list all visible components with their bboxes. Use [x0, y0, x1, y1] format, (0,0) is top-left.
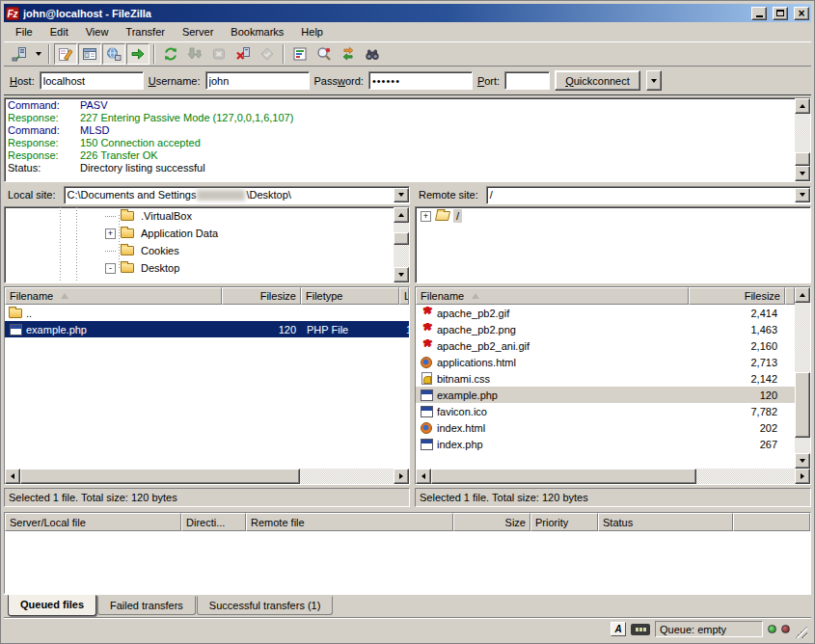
scroll-right-button[interactable]: [394, 469, 409, 484]
collapse-icon[interactable]: -: [105, 263, 116, 274]
password-input[interactable]: [368, 71, 473, 90]
column-header-filename[interactable]: Filename: [416, 287, 689, 305]
file-row-index-php[interactable]: index.php 267: [416, 436, 795, 452]
column-header-size[interactable]: Size: [453, 513, 530, 531]
expand-icon[interactable]: +: [421, 211, 431, 222]
column-header-modified[interactable]: L: [399, 287, 409, 305]
scrollbar-thumb[interactable]: [795, 372, 810, 438]
transfer-queue-panel: Server/Local file Directi... Remote file…: [4, 512, 811, 594]
column-header-remote-file[interactable]: Remote file: [246, 513, 453, 531]
message-log-icon: [58, 46, 73, 62]
apache-file-icon: [419, 323, 434, 336]
file-row-example-php[interactable]: example.php 120 PHP File 1: [5, 321, 409, 337]
host-input[interactable]: [40, 71, 144, 90]
file-row-applications-html[interactable]: applications.html 2,713: [416, 354, 795, 370]
scroll-down-button[interactable]: [394, 267, 409, 282]
minimize-button[interactable]: [751, 7, 767, 20]
column-header-server-local-file[interactable]: Server/Local file: [5, 513, 181, 531]
process-queue-button[interactable]: [183, 43, 206, 65]
compare-directories-button[interactable]: [312, 43, 336, 65]
scroll-down-button[interactable]: [795, 453, 810, 469]
scroll-left-button[interactable]: [416, 469, 431, 484]
remote-vertical-scrollbar[interactable]: [795, 287, 810, 469]
file-row-favicon-ico[interactable]: favicon.ico 7,782: [416, 403, 795, 419]
tree-item-virtualbox[interactable]: .VirtualBox: [5, 207, 394, 225]
find-files-button[interactable]: [361, 43, 384, 65]
site-manager-dropdown[interactable]: [32, 43, 44, 65]
quickconnect-dropdown[interactable]: [646, 70, 662, 91]
local-tree-scrollbar[interactable]: [394, 207, 409, 282]
local-horizontal-scrollbar[interactable]: [5, 469, 409, 484]
scroll-up-button[interactable]: [795, 287, 810, 303]
tree-item-application-data[interactable]: + Application Data: [5, 225, 394, 242]
column-header-filesize[interactable]: Filesize: [689, 287, 785, 305]
maximize-button[interactable]: [773, 7, 788, 20]
refresh-button[interactable]: [159, 43, 182, 65]
menu-bookmarks[interactable]: Bookmarks: [223, 24, 291, 40]
close-button[interactable]: ×: [794, 7, 809, 20]
toggle-transfer-queue-button[interactable]: [126, 43, 149, 65]
file-row-bitnami-css[interactable]: bitnami.css 2,142: [416, 370, 795, 387]
toggle-message-log-button[interactable]: [54, 43, 77, 65]
remote-horizontal-scrollbar[interactable]: [416, 469, 810, 484]
reconnect-button[interactable]: [256, 43, 279, 65]
file-row-example-php[interactable]: example.php 120: [416, 387, 795, 403]
expand-icon[interactable]: +: [105, 228, 116, 239]
chevron-down-icon: [800, 193, 805, 197]
remote-site-combobox[interactable]: /: [486, 186, 811, 204]
scroll-up-button[interactable]: [795, 98, 810, 114]
filezilla-app-icon: Fz: [6, 7, 19, 20]
local-site-combobox[interactable]: C:\Documents and Settings\Desktop\: [64, 186, 410, 204]
file-row-index-html[interactable]: index.html 202: [416, 419, 795, 436]
scrollbar-thumb[interactable]: [394, 232, 409, 245]
scrollbar-thumb[interactable]: [795, 152, 810, 166]
scrollbar-thumb[interactable]: [20, 469, 300, 484]
file-row-apache-pb2-gif[interactable]: apache_pb2.gif 2,414: [416, 305, 795, 321]
tree-item-desktop[interactable]: - Desktop: [5, 259, 394, 277]
remote-directory-tree: + /: [416, 207, 810, 282]
combobox-dropdown[interactable]: [795, 188, 810, 202]
menu-help[interactable]: Help: [293, 24, 331, 40]
combobox-dropdown[interactable]: [394, 188, 409, 202]
file-row-apache-pb2-ani-gif[interactable]: apache_pb2_ani.gif 2,160: [416, 337, 795, 354]
tab-failed-transfers[interactable]: Failed transfers: [97, 596, 196, 615]
column-header-filename[interactable]: Filename: [5, 287, 222, 305]
tree-item-cookies[interactable]: Cookies: [5, 242, 394, 259]
scroll-up-button[interactable]: [394, 207, 409, 223]
log-scrollbar[interactable]: [795, 98, 810, 181]
menu-server[interactable]: Server: [175, 24, 221, 40]
toggle-local-tree-button[interactable]: [78, 43, 101, 65]
column-header-direction[interactable]: Directi...: [181, 513, 246, 531]
scrollbar-thumb[interactable]: [431, 469, 696, 484]
column-header-filesize[interactable]: Filesize: [222, 287, 301, 305]
site-manager-button[interactable]: [8, 43, 31, 65]
cancel-operation-button[interactable]: [207, 43, 231, 65]
scroll-right-button[interactable]: [795, 469, 810, 484]
toggle-remote-tree-button[interactable]: [102, 43, 125, 65]
scroll-left-button[interactable]: [5, 469, 20, 484]
tab-successful-transfers[interactable]: Successful transfers (1): [197, 596, 334, 615]
disconnect-button[interactable]: [231, 43, 255, 65]
username-input[interactable]: [205, 71, 310, 90]
menu-edit[interactable]: Edit: [42, 24, 76, 40]
log-line: Command:MLSD: [5, 124, 795, 137]
resize-grip[interactable]: [795, 626, 807, 638]
menu-file[interactable]: File: [8, 24, 41, 40]
php-file-icon: [8, 323, 23, 336]
synchronized-browsing-button[interactable]: [337, 43, 360, 65]
file-row-apache-pb2-png[interactable]: apache_pb2.png 1,463: [416, 321, 795, 337]
menu-transfer[interactable]: Transfer: [118, 24, 173, 40]
port-label: Port:: [477, 75, 500, 87]
filter-button[interactable]: [288, 43, 312, 65]
column-header-filetype[interactable]: Filetype: [301, 287, 399, 305]
status-bar: A Queue: empty: [4, 617, 811, 640]
column-header-priority[interactable]: Priority: [530, 513, 598, 531]
port-input[interactable]: [504, 71, 550, 90]
quickconnect-button[interactable]: Quickconnect: [555, 70, 640, 91]
tab-queued-files[interactable]: Queued files: [8, 595, 96, 616]
menu-view[interactable]: View: [78, 24, 117, 40]
scroll-down-button[interactable]: [795, 166, 810, 181]
tree-item-root[interactable]: + /: [416, 207, 810, 225]
column-header-status[interactable]: Status: [598, 513, 733, 531]
file-row-updir[interactable]: ..: [5, 305, 409, 321]
